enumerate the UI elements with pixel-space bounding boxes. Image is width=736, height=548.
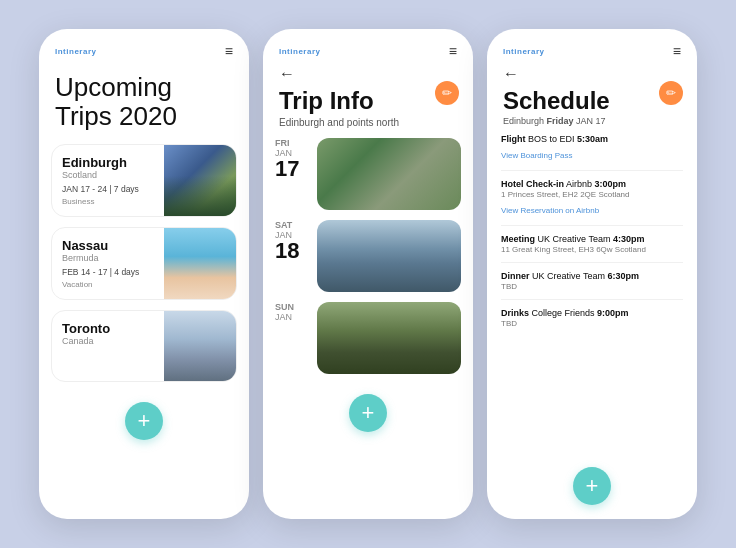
- edit-button-2[interactable]: ✏: [435, 81, 459, 105]
- trip-image-nassau: [164, 228, 236, 299]
- back-nav-2: ←: [263, 63, 473, 83]
- schedule-fri: FRI JAN 17: [275, 138, 461, 210]
- page-title-2: Trip Info: [279, 87, 457, 115]
- meeting-address: 11 Great King Street, EH3 6Qw Scotland: [501, 245, 683, 254]
- trip-country-2: Bermuda: [62, 253, 154, 263]
- schedule-image-fri: [317, 138, 461, 210]
- trip-card-nassau[interactable]: Nassau Bermuda FEB 14 - 17 | 4 days Vaca…: [51, 227, 237, 300]
- month-jan-sun: JAN: [275, 312, 307, 322]
- logo-3: Intinerary: [503, 47, 544, 56]
- event-flight: Flight BOS to EDI 5:30am View Boarding P…: [501, 134, 683, 171]
- trip-city-1: Edinburgh: [62, 155, 154, 170]
- trip-country-3: Canada: [62, 336, 154, 346]
- trip-dates-1: JAN 17 - 24 | 7 days: [62, 184, 154, 194]
- day-sat: SAT: [275, 220, 307, 230]
- menu-icon-1[interactable]: ≡: [225, 43, 233, 59]
- screen-schedule: Intinerary ≡ ← Schedule Edinburgh Friday…: [487, 29, 697, 519]
- trip-card-toronto[interactable]: Toronto Canada: [51, 310, 237, 382]
- add-event-button[interactable]: +: [573, 467, 611, 505]
- add-schedule-button[interactable]: +: [349, 394, 387, 432]
- header-bar-1: Intinerary ≡: [39, 29, 249, 65]
- page-title-1: Upcoming Trips 2020: [55, 73, 233, 130]
- day-sun: SUN: [275, 302, 307, 312]
- back-button-3[interactable]: ←: [503, 65, 519, 82]
- page-title-3: Schedule: [503, 87, 681, 115]
- trip-image-toronto: [164, 311, 236, 381]
- hotel-address: 1 Princes Street, EH2 2QE Scotland: [501, 190, 683, 199]
- header-bar-3: Intinerary ≡: [487, 29, 697, 63]
- trip-image-edinburgh: [164, 145, 236, 216]
- day-num-sat: 18: [275, 240, 307, 262]
- schedule-image-sat: [317, 220, 461, 292]
- trip-dates-2: FEB 14 - 17 | 4 days: [62, 267, 154, 277]
- event-drinks: Drinks College Friends 9:00pm TBD: [501, 308, 683, 336]
- trip-tag-2: Vacation: [62, 280, 154, 289]
- hotel-reservation-link[interactable]: View Reservation on Airbnb: [501, 206, 599, 215]
- schedule-subtitle: Edinburgh Friday JAN 17: [503, 116, 681, 126]
- menu-icon-3[interactable]: ≡: [673, 43, 681, 59]
- dinner-detail: TBD: [501, 282, 683, 291]
- event-meeting: Meeting UK Creative Team 4:30pm 11 Great…: [501, 234, 683, 263]
- schedule-sun: SUN JAN: [275, 302, 461, 374]
- screen-trip-info: Intinerary ≡ ← Trip Info Edinburgh and p…: [263, 29, 473, 519]
- trip-country-1: Scotland: [62, 170, 154, 180]
- trip-city-2: Nassau: [62, 238, 154, 253]
- edit-button-3[interactable]: ✏: [659, 81, 683, 105]
- add-trip-button[interactable]: +: [125, 402, 163, 440]
- trip-card-edinburgh[interactable]: Edinburgh Scotland JAN 17 - 24 | 7 days …: [51, 144, 237, 217]
- back-button-2[interactable]: ←: [279, 65, 295, 82]
- schedule-image-sun: [317, 302, 461, 374]
- trip-info-subtitle: Edinburgh and points north: [279, 117, 457, 128]
- trip-tag-1: Business: [62, 197, 154, 206]
- logo-1: Intinerary: [55, 47, 96, 56]
- event-dinner: Dinner UK Creative Team 6:30pm TBD: [501, 271, 683, 300]
- flight-boarding-link[interactable]: View Boarding Pass: [501, 151, 572, 160]
- timeline-list: Flight BOS to EDI 5:30am View Boarding P…: [487, 134, 697, 457]
- trip-city-3: Toronto: [62, 321, 154, 336]
- day-fri: FRI: [275, 138, 307, 148]
- event-hotel: Hotel Check-in Airbnb 3:00pm 1 Princes S…: [501, 179, 683, 226]
- logo-2: Intinerary: [279, 47, 320, 56]
- title-section-1: Upcoming Trips 2020: [39, 65, 249, 144]
- screens-container: Intinerary ≡ Upcoming Trips 2020 Edinbur…: [19, 5, 717, 543]
- back-nav-3: ←: [487, 63, 697, 83]
- day-num-fri: 17: [275, 158, 307, 180]
- schedule-sat: SAT JAN 18: [275, 220, 461, 292]
- header-bar-2: Intinerary ≡: [263, 29, 473, 63]
- drinks-detail: TBD: [501, 319, 683, 328]
- menu-icon-2[interactable]: ≡: [449, 43, 457, 59]
- screen-upcoming-trips: Intinerary ≡ Upcoming Trips 2020 Edinbur…: [39, 29, 249, 519]
